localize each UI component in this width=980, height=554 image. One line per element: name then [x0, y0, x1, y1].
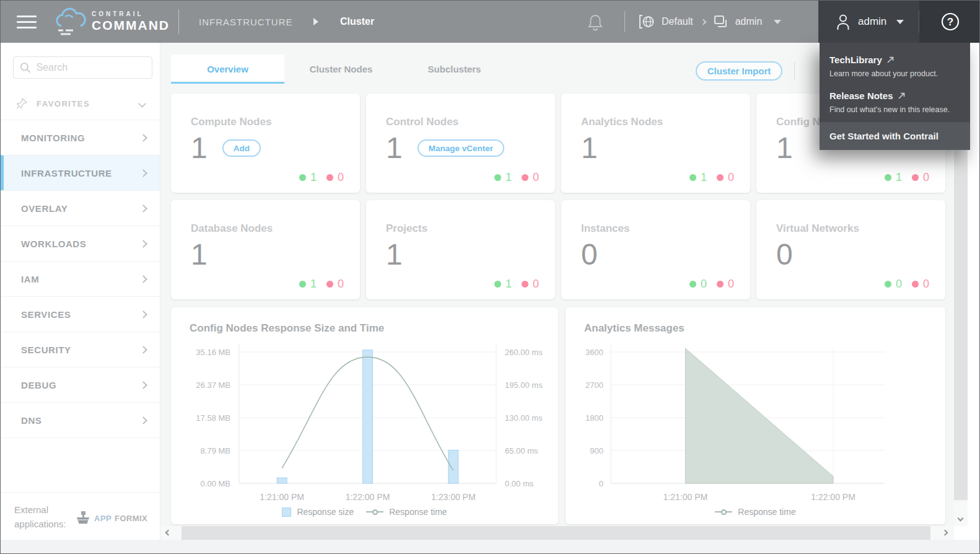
- horizontal-scrollbar[interactable]: [160, 526, 954, 540]
- search-icon: [20, 61, 30, 74]
- help-button[interactable]: ?: [919, 1, 980, 43]
- horizontal-scrollbar-thumb[interactable]: [182, 526, 930, 540]
- card-value: 1: [581, 133, 598, 163]
- tab-cluster-nodes[interactable]: Cluster Nodes: [284, 55, 398, 84]
- topbar-divider: [624, 11, 625, 32]
- svg-text:35.16 MB: 35.16 MB: [196, 348, 230, 357]
- card-title: Compute Nodes: [191, 116, 343, 128]
- scope-selector[interactable]: Default admin: [639, 1, 781, 43]
- fail-dot-icon: [326, 174, 333, 181]
- user-menu-trigger[interactable]: admin ?: [818, 1, 980, 43]
- svg-text:0.00 MB: 0.00 MB: [201, 479, 230, 488]
- card-value: 1: [191, 240, 208, 270]
- svg-text:65.00 ms: 65.00 ms: [505, 446, 538, 455]
- page-bottom-strip: [1, 540, 980, 554]
- user-name-label: admin: [858, 15, 886, 28]
- scroll-left-arrow-icon[interactable]: [165, 530, 172, 536]
- sidebar-item-label: INFRASTRUCTURE: [21, 168, 112, 178]
- svg-text:195.00 ms: 195.00 ms: [505, 380, 543, 390]
- sidebar-item-overlay[interactable]: OVERLAY: [1, 190, 160, 226]
- search-input[interactable]: [36, 62, 146, 73]
- ok-dot-icon: [494, 174, 501, 181]
- sidebar-item-iam[interactable]: IAM: [1, 261, 160, 296]
- svg-text:260.00 ms: 260.00 ms: [505, 348, 543, 357]
- sidebar-item-dns[interactable]: DNS: [1, 402, 160, 437]
- cluster-scope-label: Default: [662, 16, 693, 27]
- breadcrumb-section[interactable]: INFRASTRUCTURE: [199, 17, 293, 27]
- appformix-link[interactable]: APPFORMIX: [75, 510, 147, 526]
- analytics-messages-chart-card: Analytics Messages 36002700180090001:21:…: [566, 307, 945, 524]
- fail-dot-icon: [912, 281, 919, 288]
- card-status: 00: [885, 278, 929, 291]
- brand-text: CONTRAIL COMMAND: [92, 11, 170, 33]
- legend-response-time[interactable]: Response time: [715, 507, 795, 517]
- card-status: 10: [885, 171, 929, 184]
- card-title: Analytics Nodes: [581, 116, 733, 128]
- notifications-bell-icon[interactable]: [588, 14, 603, 31]
- svg-text:26.37 MB: 26.37 MB: [196, 380, 230, 390]
- chart-canvas: 35.16 MB260.00 ms26.37 MB195.00 ms17.58 …: [171, 307, 558, 524]
- svg-text:2700: 2700: [585, 380, 603, 390]
- breadcrumb-page: Cluster: [340, 16, 374, 27]
- contrail-command-app: CONTRAIL COMMAND INFRASTRUCTURE Cluster …: [0, 0, 980, 554]
- fail-count: 0: [533, 171, 539, 184]
- brand-line-command: COMMAND: [92, 18, 170, 33]
- sidebar-item-monitoring[interactable]: MONITORING: [1, 120, 160, 155]
- legend-label: Response size: [297, 507, 354, 517]
- tab-subclusters[interactable]: Subclusters: [398, 55, 511, 84]
- svg-text:1:23:00 PM: 1:23:00 PM: [431, 492, 476, 502]
- svg-text:900: 900: [590, 446, 603, 455]
- sidebar-item-workloads[interactable]: WORKLOADS: [1, 226, 160, 261]
- fail-dot-icon: [326, 281, 333, 288]
- sidebar-item-services[interactable]: SERVICES: [1, 296, 160, 332]
- cluster-import-button[interactable]: Cluster Import: [696, 61, 782, 81]
- fail-count: 0: [338, 278, 344, 291]
- card-status: 10: [689, 171, 734, 184]
- user-menu-item[interactable]: Get Started with Contrail: [820, 122, 970, 150]
- chevron-right-icon: [139, 275, 147, 283]
- svg-text:3600: 3600: [585, 348, 603, 357]
- sidebar-item-infrastructure[interactable]: INFRASTRUCTURE: [1, 155, 160, 190]
- contrail-cloud-icon: [53, 7, 86, 37]
- fail-count: 0: [923, 171, 929, 184]
- ok-count: 1: [505, 171, 512, 184]
- legend-response-time[interactable]: Response time: [366, 507, 447, 517]
- ok-count: 1: [896, 171, 902, 184]
- card-action-button[interactable]: Add: [222, 139, 261, 157]
- card-value: 0: [776, 240, 793, 270]
- stat-card-virtual-networks: Virtual Networks000: [756, 200, 945, 299]
- stat-card-compute-nodes: Compute Nodes1Add10: [171, 94, 360, 193]
- ok-dot-icon: [299, 281, 306, 288]
- sidebar-item-security[interactable]: SECURITY: [1, 332, 160, 367]
- sidebar-item-label: SECURITY: [21, 345, 71, 355]
- fail-count: 0: [338, 171, 344, 184]
- stat-card-instances: Instances000: [561, 200, 750, 299]
- legend-response-size[interactable]: Response size: [282, 507, 354, 517]
- scroll-right-arrow-icon[interactable]: [942, 530, 948, 536]
- sidebar-item-label: SERVICES: [21, 309, 71, 320]
- sidebar-item-label: OVERLAY: [21, 203, 68, 214]
- hamburger-menu-icon[interactable]: [17, 15, 37, 32]
- chevron-right-icon: [139, 169, 147, 177]
- chevron-right-icon: [139, 204, 147, 213]
- ok-dot-icon: [494, 281, 501, 288]
- sidebar-item-debug[interactable]: DEBUG: [1, 367, 160, 402]
- chevron-down-icon: [138, 100, 146, 108]
- appformix-logo-icon: [75, 510, 91, 526]
- favorites-section[interactable]: FAVORITES: [1, 89, 160, 118]
- chevron-right-icon: [139, 381, 147, 389]
- user-menu-item[interactable]: TechLibraryLearn more about your product…: [820, 48, 970, 84]
- tab-overview[interactable]: Overview: [171, 55, 284, 84]
- menu-item-title: Release Notes: [829, 90, 960, 101]
- svg-text:1:22:00 PM: 1:22:00 PM: [811, 492, 855, 502]
- card-status: 10: [299, 171, 344, 184]
- pushpin-icon: [15, 97, 28, 110]
- card-status: 00: [689, 278, 734, 291]
- user-menu-item[interactable]: Release NotesFind out what's new in this…: [820, 84, 970, 120]
- ok-count: 1: [310, 171, 317, 184]
- fail-count: 0: [728, 278, 734, 291]
- search-box[interactable]: [13, 56, 152, 79]
- card-action-button[interactable]: Manage vCenter: [418, 139, 504, 157]
- cluster-globe-icon: [639, 14, 655, 29]
- scroll-down-arrow-icon[interactable]: [958, 516, 964, 522]
